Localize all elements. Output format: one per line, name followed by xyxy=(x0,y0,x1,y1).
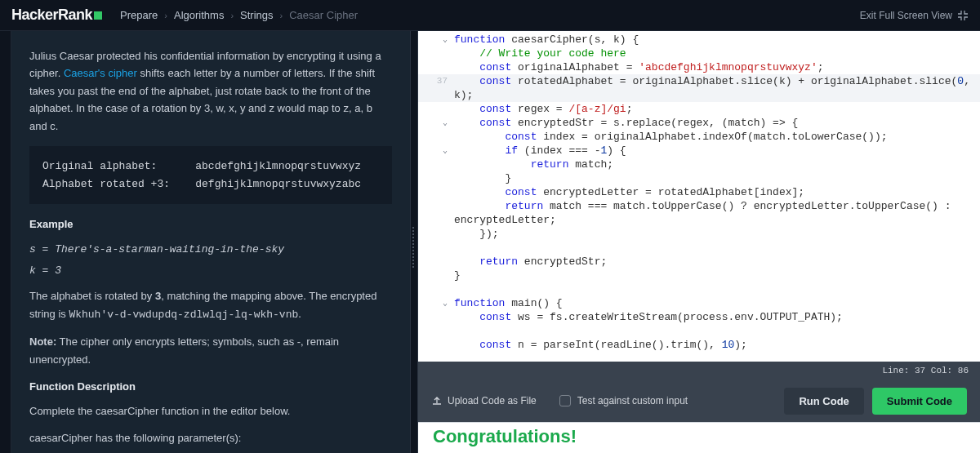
exit-fullscreen-button[interactable]: Exit Full Screen View xyxy=(860,10,969,21)
code-line[interactable]: const originalAlphabet = 'abcdefghijklmn… xyxy=(418,60,980,74)
topbar: HackerRank Prepare › Algorithms › String… xyxy=(0,0,980,31)
code-line[interactable] xyxy=(418,324,980,338)
code-line[interactable] xyxy=(418,241,980,255)
code-line[interactable]: return encryptedStr; xyxy=(418,255,980,269)
run-code-button[interactable]: Run Code xyxy=(784,388,863,415)
code-line[interactable]: ⌄function caesarCipher(s, k) { xyxy=(418,33,980,47)
code-line[interactable]: const encryptedLetter = rotatedAlphabet[… xyxy=(418,185,980,199)
cipher-link[interactable]: Caesar's cipher xyxy=(64,67,137,79)
code-line[interactable]: } xyxy=(418,269,980,282)
code-panel: ⌄function caesarCipher(s, k) { // Write … xyxy=(418,31,980,453)
code-line[interactable]: const ws = fs.createWriteStream(process.… xyxy=(418,310,980,324)
chevron-right-icon: › xyxy=(230,11,234,20)
custom-input-label: Test against custom input xyxy=(577,395,688,406)
upload-code-button[interactable]: Upload Code as File xyxy=(431,395,537,406)
code-line[interactable]: return match; xyxy=(418,158,980,171)
crumb-strings[interactable]: Strings xyxy=(240,9,273,21)
example-s: s = There's-a-starman-waiting-in-the-sky xyxy=(29,240,392,258)
code-line[interactable]: }); xyxy=(418,227,980,241)
example-heading: Example xyxy=(29,215,392,233)
code-line[interactable]: ⌄ const encryptedStr = s.replace(regex, … xyxy=(418,116,980,130)
chevron-right-icon: › xyxy=(280,11,283,20)
result-banner: Congratulations! xyxy=(418,422,980,453)
fd-heading: Function Description xyxy=(29,378,392,395)
code-line[interactable]: } xyxy=(418,171,980,185)
code-line[interactable]: ⌄ if (index === -1) { xyxy=(418,144,980,158)
logo[interactable]: HackerRank xyxy=(11,7,102,24)
code-line[interactable]: ⌄function main() { xyxy=(418,296,980,310)
code-line[interactable]: // Write your code here xyxy=(418,47,980,60)
code-line[interactable]: k); xyxy=(418,88,980,102)
upload-icon xyxy=(431,395,443,406)
action-bar: Upload Code as File Test against custom … xyxy=(418,380,980,422)
alphabet-example: Original alphabet: abcdefghijklmnopqrstu… xyxy=(29,146,392,204)
fold-icon[interactable]: ⌄ xyxy=(443,296,448,310)
code-line[interactable]: const regex = /[a-z]/gi; xyxy=(418,102,980,116)
fold-icon[interactable]: ⌄ xyxy=(443,144,448,158)
fold-icon[interactable]: ⌄ xyxy=(443,116,448,130)
collapse-icon xyxy=(957,10,969,21)
sidebar-tabs[interactable] xyxy=(0,31,11,453)
crumb-prepare[interactable]: Prepare xyxy=(120,9,158,21)
example-k: k = 3 xyxy=(29,261,392,279)
code-line[interactable]: const index = originalAlphabet.indexOf(m… xyxy=(418,130,980,144)
breadcrumb: Prepare › Algorithms › Strings › Caesar … xyxy=(120,9,358,21)
code-editor[interactable]: ⌄function caesarCipher(s, k) { // Write … xyxy=(418,31,980,362)
editor-statusbar: Line: 37 Col: 86 xyxy=(418,362,980,380)
custom-input-checkbox[interactable] xyxy=(559,395,571,406)
logo-square-icon xyxy=(94,11,102,20)
crumb-algorithms[interactable]: Algorithms xyxy=(174,9,224,21)
fold-icon[interactable]: ⌄ xyxy=(443,33,448,47)
code-line[interactable]: return match === match.toUpperCase() ? e… xyxy=(418,199,980,213)
pane-resize-handle[interactable] xyxy=(410,31,418,453)
code-line[interactable]: encryptedLetter; xyxy=(418,213,980,227)
submit-code-button[interactable]: Submit Code xyxy=(872,388,967,415)
code-line[interactable] xyxy=(418,282,980,296)
code-line[interactable]: const n = parseInt(readLine().trim(), 10… xyxy=(418,338,980,352)
chevron-right-icon: › xyxy=(164,11,167,20)
crumb-current: Caesar Cipher xyxy=(289,9,358,21)
problem-panel: Julius Caesar protected his confidential… xyxy=(11,31,410,453)
code-line[interactable]: 37 const rotatedAlphabet = originalAlpha… xyxy=(418,74,980,88)
